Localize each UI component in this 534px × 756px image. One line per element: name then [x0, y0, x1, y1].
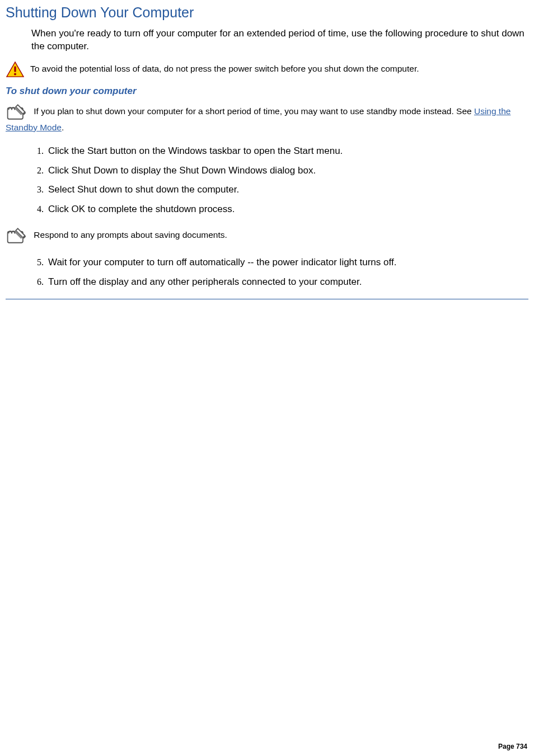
step-item: Click the Start button on the Windows ta…: [46, 143, 528, 162]
svg-rect-1: [14, 66, 16, 72]
pencil-note-icon: [6, 226, 28, 245]
steps-list-first: Click the Start button on the Windows ta…: [30, 143, 528, 221]
page-number: Page 734: [498, 743, 527, 750]
step-item: Click OK to complete the shutdown proces…: [46, 201, 528, 220]
svg-point-2: [14, 73, 16, 75]
document-page: Shutting Down Your Computer When you're …: [0, 0, 534, 305]
inline-note-text: Respond to any prompts about saving docu…: [34, 230, 227, 240]
steps-list-second: Wait for your computer to turn off autom…: [30, 254, 528, 293]
step-item: Turn off the display and any other perip…: [46, 274, 528, 293]
note-text-part1: If you plan to shut down your computer f…: [34, 106, 474, 116]
step-item: Click Shut Down to display the Shut Down…: [46, 162, 528, 182]
intro-paragraph: When you're ready to turn off your compu…: [31, 27, 528, 53]
note-block-standby: If you plan to shut down your computer f…: [6, 102, 528, 134]
step-item: Wait for your computer to turn off autom…: [46, 254, 528, 274]
warning-text: To avoid the potential loss of data, do …: [30, 64, 419, 73]
page-title: Shutting Down Your Computer: [6, 4, 528, 21]
note-text-part2: .: [62, 123, 64, 132]
pencil-note-icon: [6, 102, 28, 121]
horizontal-rule: [6, 299, 528, 299]
section-subhead: To shut down your computer: [6, 86, 528, 97]
warning-block: To avoid the potential loss of data, do …: [6, 61, 528, 78]
note-block-prompts: Respond to any prompts about saving docu…: [6, 226, 528, 245]
warning-icon: [6, 61, 25, 78]
step-item: Select Shut down to shut down the comput…: [46, 181, 528, 201]
